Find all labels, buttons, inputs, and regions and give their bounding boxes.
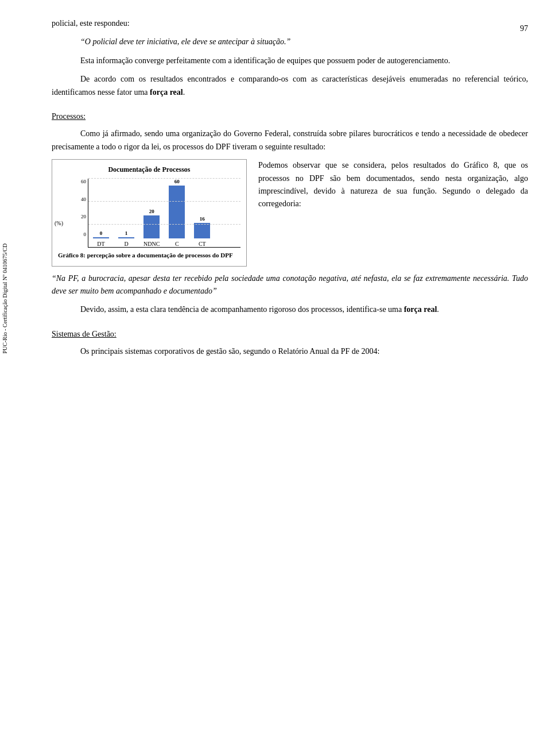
paragraph-5: Como já afirmado, sendo uma organização …: [52, 128, 528, 153]
bar-d-rect: [118, 237, 134, 238]
bar-dt: 0 DT: [93, 179, 109, 247]
p7-text: Os principais sistemas corporativos de g…: [80, 347, 379, 356]
p6-text: Devido, assim, a esta clara tendência de…: [80, 305, 404, 314]
chart-inner: (%) 0 20 40 60: [58, 179, 240, 248]
side-label: PUC-Rio - Certificação Digital Nº 041067…: [2, 182, 8, 354]
p6-bold: força real: [404, 305, 437, 314]
paragraph-1: policial, este respondeu:: [52, 17, 528, 30]
bar-dt-value: 0: [100, 230, 103, 236]
processos-heading-text: Processos:: [52, 112, 86, 121]
chart-title: Documentação de Processos: [58, 165, 240, 174]
grid-line-20: [88, 224, 240, 225]
bar-c-value: 60: [174, 179, 180, 184]
quote-2: “Na PF, a burocracia, apesar desta ter r…: [52, 272, 528, 298]
bar-d: 1 D: [118, 179, 134, 247]
bar-ct: 16 CT: [194, 179, 210, 247]
bar-ct-value: 16: [200, 216, 205, 222]
content-area: policial, este respondeu: “O policial de…: [52, 17, 528, 387]
chart-container: Documentação de Processos (%) 0 20 40 60: [52, 159, 247, 266]
p4-bold: força real: [150, 88, 183, 97]
right-column-text: Podemos observar que se considera, pelos…: [258, 159, 528, 217]
p1-text: policial, este respondeu:: [52, 19, 130, 28]
p5-text: Como já afirmado, sendo uma organização …: [52, 129, 528, 151]
two-column-section: Documentação de Processos (%) 0 20 40 60: [52, 159, 528, 266]
paragraph-3: Esta informação converge perfeitamente c…: [52, 55, 528, 67]
bar-ndnc: 20 NDNC: [143, 179, 160, 247]
quote-1: “O policial deve ter iniciativa, ele dev…: [52, 36, 528, 48]
p6-end: .: [437, 305, 439, 314]
paragraph-7: Os principais sistemas corporativos de g…: [52, 345, 528, 358]
bar-ct-label: CT: [199, 241, 206, 247]
bar-ndnc-label: NDNC: [143, 241, 160, 247]
bars-wrapper: 0 DT 1 D 2: [88, 179, 240, 248]
grid-line-40: [88, 201, 240, 202]
sistemas-heading: Sistemas de Gestão:: [52, 328, 528, 341]
quote-1-text: “O policial deve ter iniciativa, ele dev…: [80, 37, 290, 46]
p4-text: De acordo com os resultados encontrados …: [52, 75, 528, 96]
sistemas-heading-text: Sistemas de Gestão:: [52, 330, 117, 338]
y-tick-60: 60: [75, 179, 86, 184]
paragraph-4: De acordo com os resultados encontrados …: [52, 73, 528, 99]
y-tick-20: 20: [75, 214, 86, 219]
grid-line-60: [88, 178, 240, 179]
page-number: 97: [520, 24, 528, 33]
bar-d-label: D: [124, 241, 128, 247]
y-tick-40: 40: [75, 196, 86, 202]
page: PUC-Rio - Certificação Digital Nº 041067…: [0, 17, 551, 756]
chart-caption: Gráfico 8: percepção sobre a documentaçã…: [58, 251, 240, 260]
bar-c-label: C: [175, 241, 179, 247]
paragraph-6: Devido, assim, a esta clara tendência de…: [52, 303, 528, 316]
bar-c: 60 C: [169, 179, 185, 247]
p4-end: .: [183, 88, 185, 97]
chart-caption-bold: Gráfico 8: percepção sobre a documentaçã…: [58, 252, 233, 259]
bar-dt-rect: [93, 237, 109, 238]
bar-ndnc-value: 20: [149, 209, 154, 214]
quote-2-text: “Na PF, a burocracia, apesar desta ter r…: [52, 274, 528, 295]
bar-ndnc-rect: [143, 215, 160, 238]
right-col-para: Podemos observar que se considera, pelos…: [258, 159, 528, 211]
p3-text: Esta informação converge perfeitamente c…: [80, 56, 450, 65]
processos-heading: Processos:: [52, 110, 528, 123]
bar-d-value: 1: [125, 230, 128, 236]
y-tick-0: 0: [75, 232, 86, 237]
bar-c-rect: [169, 186, 185, 238]
y-axis-label: (%): [55, 220, 63, 226]
bar-ct-rect: [194, 223, 210, 238]
bar-dt-label: DT: [97, 241, 104, 247]
